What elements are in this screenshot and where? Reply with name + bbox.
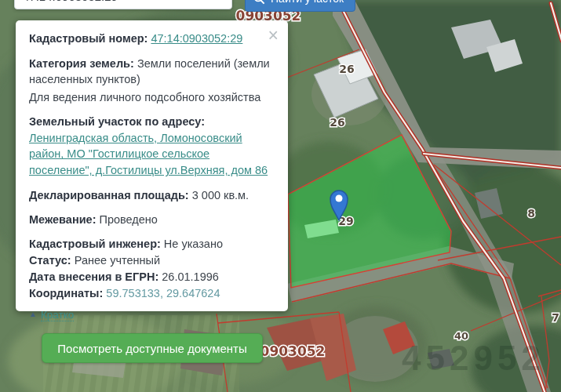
map-parcel-label: 8 [527, 207, 535, 220]
field-value: Ранее учтенный [75, 254, 160, 267]
find-parcel-button[interactable]: Найти участок [245, 0, 355, 12]
field-value: 3 000 кв.м. [192, 189, 249, 201]
field-address: Земельный участок по адресу: Ленинградск… [29, 114, 275, 178]
field-land-use: Для ведения личного подсобного хозяйства [29, 89, 275, 106]
address-link[interactable]: Ленинградская область, Ломоносовский рай… [29, 132, 268, 176]
find-parcel-button-label: Найти участок [271, 0, 344, 5]
search-icon [253, 0, 265, 5]
field-label: Категория земель: [29, 57, 134, 70]
field-value: Не указано [164, 238, 223, 250]
field-declared-area: Декларированная площадь: 3 000 кв.м. [29, 187, 275, 204]
collapse-arrow-icon: ▲ [29, 310, 37, 318]
field-surveying: Межевание: Проведено [29, 212, 275, 228]
field-label: Координаты: [29, 287, 103, 299]
field-status: Статус: Ранее учтенный [29, 253, 275, 268]
field-label: Кадастровый инженер: [29, 238, 161, 250]
field-engineer: Кадастровый инженер: Не указано [29, 237, 275, 252]
coordinates-value: 59.753133, 29.647624 [106, 287, 220, 299]
map-parcel-label: 26 [339, 63, 354, 75]
view-documents-button[interactable]: Посмотреть доступные документы [42, 333, 263, 363]
field-label: Межевание: [29, 213, 96, 226]
map-parcel-label: 26 [330, 116, 344, 129]
photo-watermark: 452952 [402, 339, 545, 377]
collapse-link[interactable]: Кратко [41, 309, 74, 321]
parcel-info-panel: × Кадастровый номер: 47:14:0903052:29 Ка… [16, 20, 288, 311]
field-label: Статус: [29, 254, 71, 267]
field-cadastral-number: Кадастровый номер: 47:14:0903052:29 [29, 31, 275, 47]
field-label: Декларированная площадь: [29, 189, 189, 201]
field-value: 26.01.1996 [162, 270, 219, 283]
field-label: Земельный участок по адресу: [29, 115, 205, 128]
map-parcel-label: 7 [552, 311, 559, 324]
field-label: Кадастровый номер: [29, 32, 148, 45]
map-parcel-label: 0903052 [260, 343, 326, 359]
field-egrn-date: Дата внесения в ЕГРН: 26.01.1996 [29, 270, 275, 285]
field-coordinates: Координаты: 59.753133, 29.647624 [29, 286, 275, 301]
field-value: Проведено [100, 213, 158, 226]
parcel-search-input[interactable] [14, 0, 232, 9]
close-icon[interactable]: × [265, 24, 282, 48]
cadastral-number-link[interactable]: 47:14:0903052:29 [151, 32, 242, 45]
field-land-category: Категория земель: Земли поселений (земли… [29, 56, 275, 88]
collapse-row: ▲Кратко [29, 307, 275, 322]
field-label: Дата внесения в ЕГРН: [29, 270, 158, 283]
map-parcel-label: 40 [454, 330, 468, 342]
